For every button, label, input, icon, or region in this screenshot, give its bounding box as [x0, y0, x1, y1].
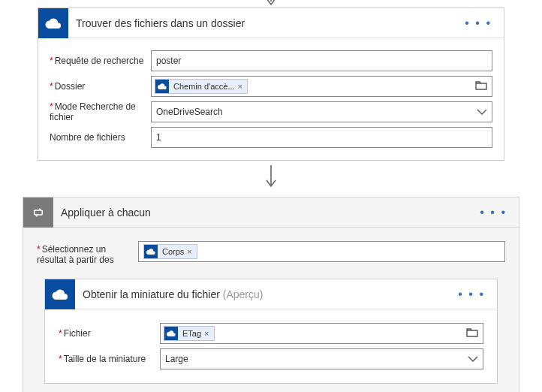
- more-menu-button[interactable]: • • •: [460, 17, 496, 30]
- thumbnail-size-select[interactable]: Large: [160, 348, 483, 369]
- label-size: Taille de la miniature: [59, 354, 160, 364]
- card-title: Appliquer à chacun: [53, 207, 475, 219]
- label-folder: Dossier: [50, 81, 151, 92]
- loop-icon: [23, 198, 53, 228]
- card-header[interactable]: Obtenir la miniature du fichier (Aperçu)…: [45, 279, 497, 309]
- body-token[interactable]: Corps ×: [143, 244, 197, 259]
- token-label: Chemin d'accè...: [173, 82, 235, 91]
- onedrive-icon: [144, 245, 158, 258]
- folder-input[interactable]: Chemin d'accè... ×: [151, 76, 492, 97]
- token-label: ETag: [182, 329, 201, 338]
- more-menu-button[interactable]: • • •: [453, 288, 489, 301]
- mode-select[interactable]: OneDriveSearch: [151, 101, 492, 122]
- card-title: Trouver des fichiers dans un dossier: [68, 17, 460, 29]
- more-menu-button[interactable]: • • •: [475, 206, 511, 219]
- onedrive-icon: [155, 80, 169, 93]
- label-count: Nombre de fichiers: [50, 132, 151, 143]
- token-remove-button[interactable]: ×: [238, 82, 242, 91]
- folder-picker-button[interactable]: [466, 328, 478, 339]
- token-label: Corps: [162, 247, 184, 256]
- select-output-input[interactable]: Corps ×: [138, 241, 505, 262]
- token-remove-button[interactable]: ×: [187, 247, 191, 256]
- folder-path-token[interactable]: Chemin d'accè... ×: [155, 79, 248, 94]
- card-title: Obtenir la miniature du fichier (Aperçu): [75, 288, 453, 300]
- label-file: Fichier: [59, 328, 160, 339]
- onedrive-icon: [45, 279, 75, 309]
- action-card-find-files: Trouver des fichiers dans un dossier • •…: [38, 8, 504, 161]
- label-select-output: Sélectionnez un résultat à partir des: [37, 241, 138, 265]
- flow-arrow-icon: [23, 165, 519, 191]
- token-remove-button[interactable]: ×: [204, 329, 209, 338]
- count-input[interactable]: 1: [151, 127, 492, 148]
- preview-badge: (Aperçu): [223, 288, 263, 300]
- chevron-down-icon: [468, 354, 478, 364]
- onedrive-icon: [38, 8, 68, 38]
- card-header[interactable]: Appliquer à chacun • • •: [23, 198, 519, 228]
- chevron-down-icon: [477, 107, 487, 117]
- label-mode: Mode Recherche de fichier: [50, 101, 151, 122]
- card-header[interactable]: Trouver des fichiers dans un dossier • •…: [38, 8, 504, 38]
- etag-token[interactable]: ETag ×: [164, 326, 215, 341]
- file-input[interactable]: ETag ×: [160, 323, 483, 344]
- folder-picker-button[interactable]: [475, 81, 487, 92]
- onedrive-icon: [164, 327, 178, 340]
- query-input[interactable]: poster: [151, 50, 492, 71]
- label-query: Requête de recherche: [50, 56, 151, 66]
- action-card-get-thumbnail: Obtenir la miniature du fichier (Aperçu)…: [44, 279, 498, 384]
- apply-to-each-card: Appliquer à chacun • • • Sélectionnez un…: [23, 197, 519, 392]
